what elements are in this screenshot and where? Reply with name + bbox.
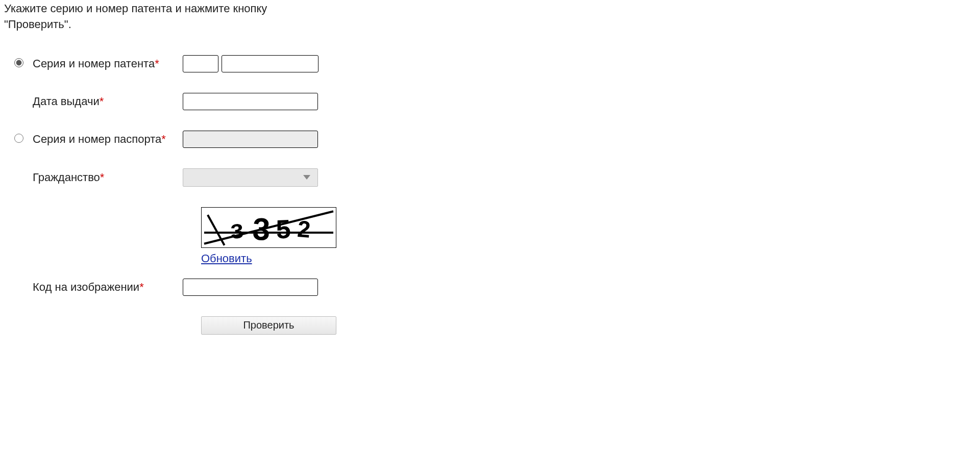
passport-label: Серия и номер паспорта* bbox=[14, 133, 183, 146]
captcha-image: з 3 5 2 bbox=[201, 207, 336, 248]
required-asterisk: * bbox=[155, 57, 159, 70]
citizenship-row: Гражданство* bbox=[4, 168, 976, 187]
submit-row: Проверить bbox=[4, 316, 976, 335]
patent-row: Серия и номер патента* bbox=[4, 55, 976, 72]
issue-date-row: Дата выдачи* bbox=[4, 93, 976, 110]
patent-radio[interactable] bbox=[14, 58, 23, 67]
patent-number-input[interactable] bbox=[222, 55, 318, 72]
instructions-text: Укажите серию и номер патента и нажмите … bbox=[4, 1, 321, 33]
required-asterisk: * bbox=[100, 171, 105, 184]
passport-input bbox=[183, 131, 318, 148]
svg-text:5: 5 bbox=[275, 214, 291, 244]
issue-date-label: Дата выдачи* bbox=[14, 95, 183, 108]
required-asterisk: * bbox=[139, 281, 144, 294]
required-asterisk: * bbox=[161, 133, 166, 146]
issue-date-input[interactable] bbox=[183, 93, 318, 110]
citizenship-label-text: Гражданство bbox=[33, 171, 100, 184]
patent-label: Серия и номер патента* bbox=[14, 57, 183, 70]
svg-text:з: з bbox=[229, 214, 244, 244]
captcha-code-input[interactable] bbox=[183, 279, 318, 296]
captcha-code-label: Код на изображении* bbox=[14, 281, 183, 294]
passport-radio[interactable] bbox=[14, 134, 23, 143]
chevron-down-icon bbox=[303, 175, 310, 180]
passport-row: Серия и номер паспорта* bbox=[4, 131, 976, 148]
svg-text:2: 2 bbox=[297, 216, 312, 243]
svg-text:3: 3 bbox=[252, 211, 271, 246]
captcha-image-row: з 3 5 2 Обновить bbox=[4, 207, 976, 265]
submit-button[interactable]: Проверить bbox=[201, 316, 336, 335]
required-asterisk: * bbox=[100, 95, 104, 108]
captcha-code-label-text: Код на изображении bbox=[33, 281, 139, 294]
issue-date-label-text: Дата выдачи bbox=[33, 95, 100, 108]
patent-series-input[interactable] bbox=[183, 55, 218, 72]
captcha-refresh-link[interactable]: Обновить bbox=[201, 252, 252, 265]
patent-label-text: Серия и номер патента bbox=[33, 57, 155, 70]
captcha-code-row: Код на изображении* bbox=[4, 279, 976, 296]
passport-label-text: Серия и номер паспорта bbox=[33, 133, 161, 146]
citizenship-select[interactable] bbox=[183, 168, 318, 187]
citizenship-label: Гражданство* bbox=[14, 171, 183, 184]
